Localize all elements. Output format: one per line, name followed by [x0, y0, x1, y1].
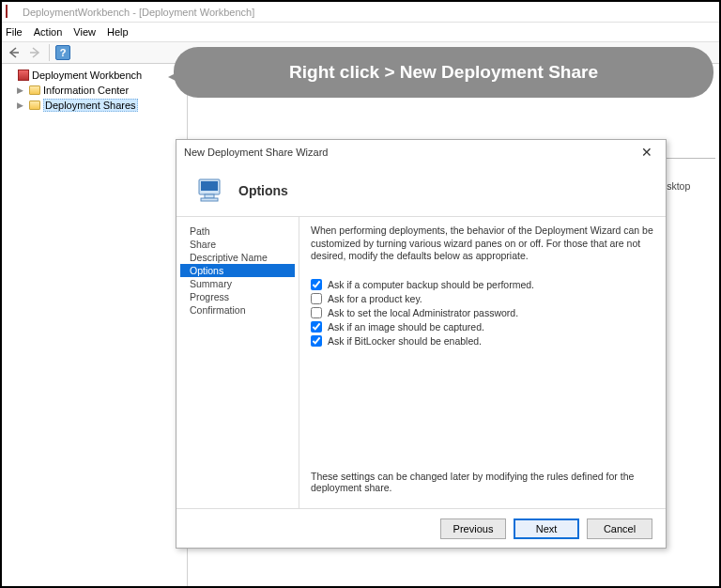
wizard-icon [193, 174, 227, 208]
wizard-step-descriptive-name[interactable]: Descriptive Name [180, 251, 295, 264]
expander-icon[interactable]: ▶ [17, 85, 26, 95]
wizard-step-path[interactable]: Path [180, 224, 295, 238]
tree-root-label: Deployment Workbench [32, 70, 142, 81]
checkbox[interactable] [311, 335, 322, 347]
wizard-step-share[interactable]: Share [180, 238, 295, 251]
callout-text: Right click > New Deployment Share [289, 62, 598, 83]
wizard-content: When performing deployments, the behavio… [299, 217, 666, 508]
checkbox-label: Ask if a computer backup should be perfo… [328, 279, 534, 290]
menu-action[interactable]: Action [34, 26, 63, 38]
svg-rect-5 [201, 198, 218, 201]
wizard-intro: When performing deployments, the behavio… [311, 224, 654, 263]
tree-info-label: Information Center [43, 85, 129, 96]
wizard-step-options[interactable]: Options [180, 264, 295, 277]
tree-deployment-shares[interactable]: ▶ Deployment Shares [4, 98, 185, 113]
option-check-4[interactable]: Ask if BitLocker should be enabled. [311, 335, 654, 347]
wizard-note: These settings can be changed later by m… [311, 471, 654, 493]
wizard-step-summary[interactable]: Summary [180, 277, 295, 290]
option-check-2[interactable]: Ask to set the local Administrator passw… [311, 307, 654, 318]
dialog-footer: Previous Next Cancel [176, 508, 666, 548]
close-icon[interactable]: ✕ [636, 145, 658, 160]
window-titlebar: DeploymentWorkbench - [Deployment Workbe… [2, 2, 719, 23]
menu-help[interactable]: Help [107, 26, 129, 38]
app-icon [17, 69, 30, 82]
forward-button[interactable] [26, 44, 43, 61]
option-check-3[interactable]: Ask if an image should be captured. [311, 321, 654, 333]
wizard-step-progress[interactable]: Progress [180, 290, 295, 303]
menu-view[interactable]: View [73, 26, 96, 38]
dialog-title: New Deployment Share Wizard [184, 147, 328, 158]
folder-icon [28, 84, 41, 97]
option-check-0[interactable]: Ask if a computer backup should be perfo… [311, 279, 654, 290]
dialog-heading: Options [238, 183, 288, 198]
menu-file[interactable]: File [6, 26, 23, 38]
checkbox-label: Ask if BitLocker should be enabled. [328, 335, 482, 347]
checkbox[interactable] [311, 279, 322, 290]
next-button[interactable]: Next [514, 518, 579, 539]
app-icon [6, 6, 19, 19]
svg-rect-4 [205, 194, 214, 198]
new-deployment-share-wizard: New Deployment Share Wizard ✕ Options Pa… [176, 139, 667, 549]
svg-rect-3 [201, 181, 218, 191]
checkbox-label: Ask for a product key. [328, 293, 422, 304]
back-button[interactable] [6, 44, 23, 61]
tree-shares-label: Deployment Shares [43, 99, 138, 112]
option-check-1[interactable]: Ask for a product key. [311, 293, 654, 304]
previous-button[interactable]: Previous [440, 518, 506, 539]
window-title: DeploymentWorkbench - [Deployment Workbe… [23, 7, 254, 18]
help-icon[interactable]: ? [55, 45, 70, 60]
annotation-callout: Right click > New Deployment Share [174, 47, 713, 98]
checkbox[interactable] [311, 307, 322, 318]
checkbox[interactable] [311, 321, 322, 333]
folder-icon [28, 99, 41, 112]
checkbox-label: Ask to set the local Administrator passw… [328, 307, 518, 318]
expander-icon[interactable]: ▶ [17, 101, 26, 110]
dialog-titlebar: New Deployment Share Wizard ✕ [176, 140, 666, 164]
wizard-steps: PathShareDescriptive NameOptionsSummaryP… [176, 217, 299, 508]
dialog-header: Options [176, 164, 666, 217]
nav-tree: Deployment Workbench ▶ Information Cente… [2, 64, 188, 586]
wizard-step-confirmation[interactable]: Confirmation [180, 303, 295, 317]
cancel-button[interactable]: Cancel [587, 518, 652, 539]
toolbar-separator [49, 44, 50, 61]
menu-bar: File Action View Help [2, 23, 719, 41]
checkbox[interactable] [311, 293, 322, 304]
checkbox-label: Ask if an image should be captured. [328, 321, 484, 333]
